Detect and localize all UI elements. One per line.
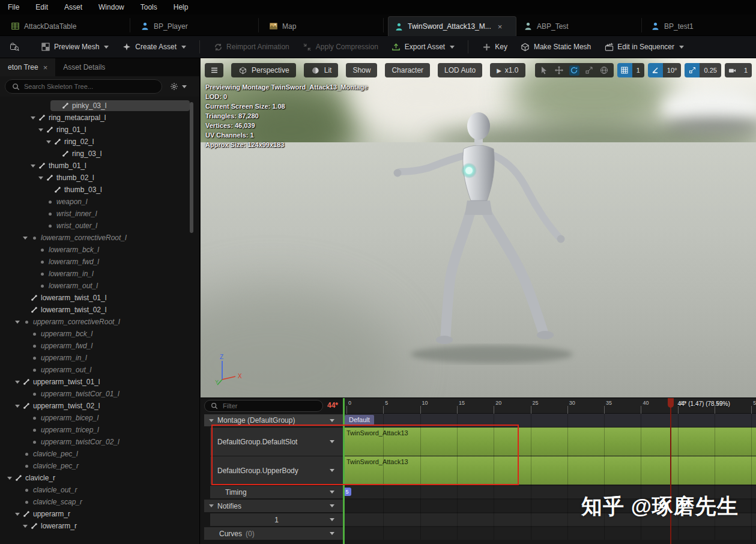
menu-window[interactable]: Window xyxy=(98,3,124,11)
expand-arrow-icon[interactable] xyxy=(31,116,35,119)
tree-item-upperarm_bicep_l[interactable]: upperarm_bicep_l xyxy=(0,412,199,424)
preview-mesh-button[interactable]: Preview Mesh xyxy=(36,39,113,55)
camera-speed-control[interactable]: 1 xyxy=(725,63,752,77)
tree-item-upperarm_r[interactable]: upperarm_r xyxy=(0,508,199,520)
rotate-tool-icon[interactable] xyxy=(569,65,579,76)
viewport-menu-button[interactable] xyxy=(205,63,223,77)
lit-button[interactable]: Lit xyxy=(304,63,339,77)
tree-item-upperarm_twistCor_01_l[interactable]: upperarm_twistCor_01_l xyxy=(0,388,199,400)
tree-item-pinky_03_l[interactable]: pinky_03_l xyxy=(0,100,199,112)
menu-tools[interactable]: Tools xyxy=(141,3,157,11)
expand-arrow-icon[interactable] xyxy=(15,381,20,384)
tree-item-clavicle_scap_r[interactable]: clavicle_scap_r xyxy=(0,496,199,508)
show-button[interactable]: Show xyxy=(346,63,377,77)
expand-arrow-icon[interactable] xyxy=(209,419,214,422)
expand-arrow-icon[interactable] xyxy=(46,141,51,144)
skeleton-search-input[interactable] xyxy=(24,83,156,90)
create-asset-button[interactable]: Create Asset xyxy=(117,39,191,55)
character-button[interactable]: Character xyxy=(385,63,430,77)
preview-character[interactable] xyxy=(381,97,597,379)
tree-item-lowerarm_in_l[interactable]: lowerarm_in_l xyxy=(0,268,199,280)
tree-item-ring_02_l[interactable]: ring_02_l xyxy=(0,136,199,148)
doc-tab-bp-player[interactable]: BP_Player xyxy=(135,16,205,36)
close-tab-icon[interactable]: × xyxy=(498,22,503,31)
tree-item-lowerarm_twist_02_l[interactable]: lowerarm_twist_02_l xyxy=(0,304,199,316)
tree-item-ring_03_l[interactable]: ring_03_l xyxy=(0,148,199,160)
expand-arrow-icon[interactable] xyxy=(38,128,43,131)
montage-filter[interactable] xyxy=(204,400,323,412)
tree-settings-button[interactable] xyxy=(169,82,187,91)
doc-tab-attackdatatable[interactable]: AttackDataTable xyxy=(5,16,112,36)
menu-asset[interactable]: Asset xyxy=(64,3,82,11)
chevron-down-icon[interactable] xyxy=(330,491,334,494)
export-asset-button[interactable]: Export Asset xyxy=(387,39,459,55)
expand-arrow-icon[interactable] xyxy=(15,513,20,516)
edit-in-sequencer-button[interactable]: Edit in Sequencer xyxy=(599,39,689,55)
select-tool-icon[interactable] xyxy=(539,65,549,76)
expand-arrow-icon[interactable] xyxy=(23,525,28,528)
tree-item-upperarm_in_l[interactable]: upperarm_in_l xyxy=(0,352,199,364)
slot-upperbody-row[interactable]: DefaultGroup.UpperBody xyxy=(210,456,343,485)
expand-arrow-icon[interactable] xyxy=(31,165,35,168)
menu-help[interactable]: Help xyxy=(174,3,189,11)
tab-skeleton-tree[interactable]: eton Tree × xyxy=(0,58,55,76)
make-static-mesh-button[interactable]: Make Static Mesh xyxy=(516,39,596,55)
grid-snap-control[interactable]: 1 xyxy=(617,63,644,77)
tree-item-upperarm_fwd_l[interactable]: upperarm_fwd_l xyxy=(0,340,199,352)
expand-arrow-icon[interactable] xyxy=(15,405,20,408)
tree-item-clavicle_pec_l[interactable]: clavicle_pec_l xyxy=(0,448,199,460)
expand-arrow-icon[interactable] xyxy=(38,177,43,180)
menu-edit[interactable]: Edit xyxy=(35,3,48,11)
chevron-down-icon[interactable] xyxy=(330,440,334,443)
tree-item-upperarm_twistCor_02_l[interactable]: upperarm_twistCor_02_l xyxy=(0,436,199,448)
lod-auto-button[interactable]: LOD Auto xyxy=(438,63,482,77)
tree-item-weapon_l[interactable]: weapon_l xyxy=(0,196,199,208)
notify-track-row[interactable]: 1 xyxy=(210,513,343,526)
tree-item-lowerarm_bck_l[interactable]: lowerarm_bck_l xyxy=(0,244,199,256)
tree-item-clavicle_pec_r[interactable]: clavicle_pec_r xyxy=(0,460,199,472)
chevron-down-icon[interactable] xyxy=(330,469,334,472)
notifies-row[interactable]: Notifies xyxy=(204,500,343,512)
tree-item-lowerarm_correctiveRoot_l[interactable]: lowerarm_correctiveRoot_l xyxy=(0,232,199,244)
doc-tab-map[interactable]: Map xyxy=(263,16,318,36)
tree-item-upperarm_tricep_l[interactable]: upperarm_tricep_l xyxy=(0,424,199,436)
tree-item-clavicle_out_r[interactable]: clavicle_out_r xyxy=(0,484,199,496)
apply-compression-button[interactable]: Apply Compression xyxy=(298,39,383,55)
doc-tab-twinsword-attack13-m-[interactable]: TwinSword_Attack13_M...× xyxy=(388,16,516,36)
tree-item-thumb_02_l[interactable]: thumb_02_l xyxy=(0,172,199,184)
tree-item-lowerarm_r[interactable]: lowerarm_r xyxy=(0,520,199,532)
menu-file[interactable]: File xyxy=(8,3,19,11)
timing-row[interactable]: Timing xyxy=(210,486,343,498)
tree-item-thumb_03_l[interactable]: thumb_03_l xyxy=(0,184,199,196)
expand-arrow-icon[interactable] xyxy=(15,321,20,324)
tree-item-thumb_01_l[interactable]: thumb_01_l xyxy=(0,160,199,172)
scale-snap-control[interactable]: 0.25 xyxy=(685,63,721,77)
chevron-down-icon[interactable] xyxy=(330,504,334,507)
tree-item-wrist_outer_l[interactable]: wrist_outer_l xyxy=(0,220,199,232)
playhead-marker[interactable] xyxy=(668,398,674,408)
move-tool-icon[interactable] xyxy=(554,65,564,76)
curves-row[interactable]: Curves (0) xyxy=(204,527,343,540)
playback-speed-button[interactable]: ▶ x1.0 xyxy=(490,63,525,77)
section-default-chip[interactable]: Default xyxy=(345,415,374,425)
montage-filter-input[interactable] xyxy=(223,402,318,410)
chevron-down-icon[interactable] xyxy=(330,518,334,521)
tree-item-ring_01_l[interactable]: ring_01_l xyxy=(0,124,199,136)
tree-item-upperarm_twist_02_l[interactable]: upperarm_twist_02_l xyxy=(0,400,199,412)
montage-segment-defaultslot[interactable]: TwinSword_Attack13 xyxy=(343,428,756,456)
tree-item-lowerarm_fwd_l[interactable]: lowerarm_fwd_l xyxy=(0,256,199,268)
tree-item-lowerarm_twist_01_l[interactable]: lowerarm_twist_01_l xyxy=(0,292,199,304)
playhead-line[interactable] xyxy=(670,398,671,544)
viewport[interactable]: Perspective Lit Show Character LOD Auto … xyxy=(201,58,756,397)
chevron-down-icon[interactable] xyxy=(330,419,334,422)
tree-item-upperarm_twist_01_l[interactable]: upperarm_twist_01_l xyxy=(0,376,199,388)
browse-asset-button[interactable] xyxy=(5,39,24,55)
key-button[interactable]: Key xyxy=(477,39,512,55)
scale-tool-icon[interactable] xyxy=(584,65,594,76)
tree-item-upperarm_correctiveRoot_l[interactable]: upperarm_correctiveRoot_l xyxy=(0,316,199,328)
close-tab-icon[interactable]: × xyxy=(43,63,48,72)
expand-arrow-icon[interactable] xyxy=(23,237,28,240)
doc-tab-bp-test1[interactable]: BP_test1 xyxy=(645,16,719,36)
tree-item-ring_metacarpal_l[interactable]: ring_metacarpal_l xyxy=(0,112,199,124)
world-coordinate-icon[interactable] xyxy=(599,65,609,76)
